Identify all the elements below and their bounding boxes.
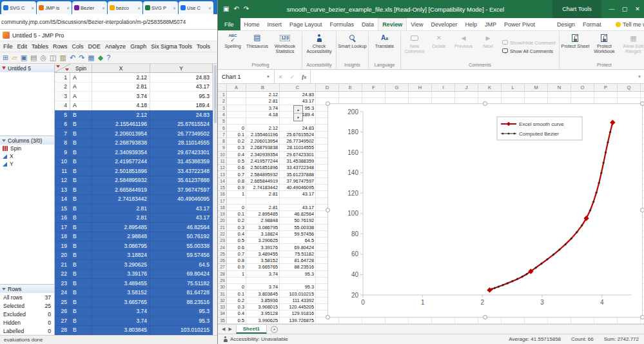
cell[interactable]: 2.665844919 xyxy=(246,178,280,185)
cell-spin[interactable]: B xyxy=(70,288,92,298)
translate-button[interactable]: AaTranslate xyxy=(370,32,399,62)
spin-up-button[interactable]: ▲ xyxy=(294,106,302,114)
cell[interactable] xyxy=(502,318,525,324)
table-row[interactable]: 11B2.50185189633.43722348 xyxy=(55,167,213,176)
column-header-j[interactable]: J xyxy=(455,84,478,91)
row-header[interactable]: 31 xyxy=(218,290,227,297)
column-header-n[interactable]: N xyxy=(548,84,571,91)
row-number-cell[interactable]: 9 xyxy=(55,148,70,157)
tab-format[interactable]: Format xyxy=(579,18,605,30)
cell[interactable]: 3.95128 xyxy=(246,310,280,317)
cell-y[interactable]: 50.76192 xyxy=(150,232,213,242)
cell[interactable]: 0 xyxy=(227,284,246,290)
table-row[interactable]: 25B3.66576588.23516 xyxy=(55,298,213,307)
data-table-icon[interactable]: ▦ xyxy=(88,54,94,61)
chart-object[interactable]: 2040608010012014016018020001234Excel smo… xyxy=(327,103,643,318)
tab-design[interactable]: Design xyxy=(553,18,579,30)
cell[interactable]: 0.1 xyxy=(227,132,246,138)
column-header-l[interactable]: L xyxy=(502,84,525,91)
table-row[interactable]: 21B3.29062564.5 xyxy=(55,260,213,270)
table-row[interactable]: 24B3.5815281.64728 xyxy=(55,288,213,298)
cell[interactable]: 2.74183442 xyxy=(246,185,280,191)
column-header-b[interactable]: B xyxy=(246,84,280,91)
row-header[interactable]: 28 xyxy=(218,271,227,278)
row-number-cell[interactable]: 16 xyxy=(55,214,70,223)
browser-tab[interactable]: JMP is✕ xyxy=(37,1,72,14)
row-header[interactable]: 30 xyxy=(218,284,227,290)
cell-spin[interactable]: B xyxy=(70,167,92,176)
tab-formulas[interactable]: Formulas xyxy=(326,18,358,30)
cell[interactable]: 31.45388359 xyxy=(280,158,316,165)
cell-x[interactable]: 2.665844919 xyxy=(92,185,150,195)
cell[interactable]: 2.12 xyxy=(246,92,280,98)
row-header[interactable]: 2 xyxy=(218,98,227,105)
column-header-i[interactable]: I xyxy=(432,84,455,91)
row-number-cell[interactable]: 26 xyxy=(55,307,70,317)
cell-spin[interactable]: B xyxy=(70,232,92,242)
cell-y[interactable]: 55.00338 xyxy=(150,241,213,251)
save-icon[interactable]: ▣ xyxy=(223,6,229,12)
cell[interactable]: 0.4 xyxy=(227,310,246,317)
insert-function-icon[interactable]: fx xyxy=(302,74,306,80)
menu-tools[interactable]: Tools xyxy=(197,43,210,50)
name-box-caret-icon[interactable]: ▼ xyxy=(266,75,270,79)
cell[interactable]: 43.17 xyxy=(280,205,316,211)
cell[interactable]: 25.67615524 xyxy=(280,132,316,138)
tab-close-icon[interactable]: ✕ xyxy=(173,6,176,10)
minimize-icon[interactable]: — xyxy=(605,0,618,18)
row-header[interactable]: 24 xyxy=(218,244,227,250)
cell[interactable]: 3.908015 xyxy=(246,304,280,310)
tab-power-pivot[interactable]: Power Pivot xyxy=(500,18,539,30)
cell-x[interactable]: 2.81 xyxy=(92,83,150,92)
menu-cols[interactable]: Cols xyxy=(72,43,84,50)
cell[interactable]: 0.4 xyxy=(227,152,246,158)
row-number-cell[interactable]: 24 xyxy=(55,288,70,298)
help-icon[interactable]: ? xyxy=(106,54,110,61)
restore-icon[interactable]: ▢ xyxy=(618,0,631,18)
cell-y[interactable]: 24.83 xyxy=(150,73,213,83)
row-number-cell[interactable]: 17 xyxy=(55,223,70,232)
cell-spin[interactable]: B xyxy=(70,185,92,195)
column-header-e[interactable]: E xyxy=(339,84,362,91)
cell-y[interactable]: 31.45388359 xyxy=(150,157,213,167)
table-row[interactable]: 2A2.8143.17 xyxy=(55,83,213,92)
cell[interactable]: 40.49046095 xyxy=(280,185,316,191)
cell[interactable]: 75.51182 xyxy=(280,251,316,258)
cell-x[interactable]: 2.98848 xyxy=(92,232,150,242)
tab-home[interactable]: Home xyxy=(240,18,264,30)
thesaurus-button[interactable]: ▤Thesaurus xyxy=(245,32,269,62)
cell[interactable] xyxy=(339,318,362,324)
cell-x[interactable]: 3.74 xyxy=(92,316,150,326)
cell[interactable]: 24.83 xyxy=(280,125,316,131)
cell[interactable]: 1 xyxy=(227,191,246,197)
browser-tab[interactable]: Use C✕ xyxy=(179,1,213,14)
cell[interactable]: 2.206013954 xyxy=(246,138,280,145)
cell[interactable]: 0.6 xyxy=(227,244,246,250)
cell[interactable]: 2.81 xyxy=(246,98,280,105)
row-header[interactable]: 1 xyxy=(218,92,227,98)
row-number-cell[interactable]: 8 xyxy=(55,139,70,148)
cell[interactable] xyxy=(280,278,316,284)
row-header[interactable]: 3 xyxy=(218,105,227,112)
row-number-cell[interactable]: 28 xyxy=(55,326,70,336)
row-header[interactable]: 4 xyxy=(218,112,227,118)
column-header-f[interactable]: F xyxy=(362,84,385,91)
rows-panel-header[interactable]: Rows xyxy=(0,285,54,293)
cell-spin[interactable]: B xyxy=(70,326,92,336)
cell-x[interactable]: 3.58152 xyxy=(92,288,150,298)
browser-tab[interactable]: SVG C✕ xyxy=(1,1,36,14)
cell-y[interactable]: 95.3 xyxy=(150,316,213,326)
disclosure-triangle-icon[interactable] xyxy=(2,139,6,142)
close-icon[interactable]: ✕ xyxy=(631,0,644,18)
cell-x[interactable]: 3.086795 xyxy=(92,241,150,251)
red-triangle-menu-icon[interactable] xyxy=(56,65,60,68)
disclosure-triangle-icon[interactable] xyxy=(2,288,6,290)
red-triangle-menu-icon[interactable] xyxy=(65,68,69,71)
chart-resize-handle[interactable] xyxy=(640,208,644,212)
cell-spin[interactable]: A xyxy=(70,83,92,92)
row-header[interactable]: 33 xyxy=(218,304,227,310)
column-header-k[interactable]: K xyxy=(478,84,502,91)
cell[interactable]: 3.74 xyxy=(246,284,280,290)
cell[interactable]: 2.155461196 xyxy=(246,132,280,138)
red-triangle-menu-icon[interactable] xyxy=(2,66,6,70)
